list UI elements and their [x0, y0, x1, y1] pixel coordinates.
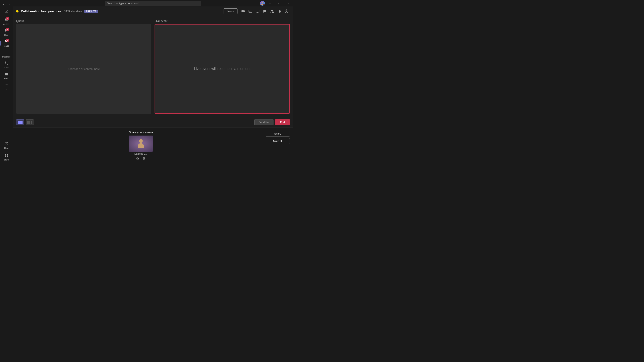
pre-live-badge: PRE-LIVE: [84, 10, 98, 13]
teams-badge: 1: [6, 39, 9, 42]
close-button[interactable]: ✕: [284, 0, 293, 6]
live-panel: Live event Live event will resume in a m…: [154, 19, 290, 114]
svg-rect-8: [5, 155, 6, 157]
chat-label: Chat: [4, 34, 8, 36]
meetings-icon: [4, 50, 8, 55]
sidebar-item-meetings[interactable]: Meetings: [1, 49, 12, 59]
chat-bubble-icon[interactable]: [262, 8, 268, 14]
calls-label: Calls: [4, 66, 8, 69]
leave-button[interactable]: Leave: [224, 8, 238, 14]
event-title: Collaboration best practices: [21, 9, 62, 13]
layout-full-icon: [18, 121, 22, 124]
mute-all-button[interactable]: Mute all: [266, 138, 290, 144]
camera-action-buttons: Share Mute all: [266, 131, 290, 144]
store-icon: [4, 153, 8, 158]
svg-point-4: [7, 85, 8, 85]
files-icon: [4, 72, 8, 77]
camera-video-toggle[interactable]: [136, 156, 140, 161]
camera-area: Share your camera Danielle B...: [16, 131, 266, 161]
svg-point-2: [5, 85, 6, 85]
info-icon[interactable]: [283, 8, 290, 14]
svg-rect-7: [7, 154, 8, 155]
queue-content[interactable]: Add video or content here: [16, 24, 151, 114]
sidebar-item-chat[interactable]: 1 Chat: [1, 27, 12, 37]
help-label: Help: [4, 147, 8, 149]
sidebar-item-calls[interactable]: Calls: [1, 60, 12, 70]
send-live-button[interactable]: Send live: [254, 119, 274, 125]
captions-icon[interactable]: [247, 8, 254, 14]
sidebar-item-files[interactable]: Files: [1, 71, 12, 81]
window-controls: — □ ✕: [265, 0, 293, 6]
live-message: Live event will resume in a moment: [194, 67, 250, 71]
share-button[interactable]: Share: [266, 131, 290, 137]
chat-icon: 1: [4, 28, 8, 33]
sidebar-item-store[interactable]: Store: [1, 152, 12, 162]
search-bar[interactable]: Search or type a command: [105, 0, 201, 6]
camera-preview: [129, 136, 153, 152]
files-label: Files: [4, 77, 8, 80]
profile-button[interactable]: [260, 1, 265, 6]
person-silhouette: [137, 139, 144, 148]
svg-rect-1: [5, 51, 8, 54]
sidebar-item-more[interactable]: ···: [1, 82, 12, 92]
split-right: [31, 121, 32, 124]
svg-rect-9: [7, 155, 8, 157]
live-content: Live event will resume in a moment: [154, 24, 290, 114]
camera-mic-toggle[interactable]: [142, 156, 146, 161]
live-title: Live event: [154, 19, 290, 22]
person-head: [139, 139, 143, 143]
svg-rect-0: [5, 12, 8, 12]
compose-button[interactable]: [3, 8, 10, 14]
status-dot: [263, 4, 265, 6]
activity-icon: 2: [4, 18, 8, 23]
teams-label: Teams: [4, 45, 9, 47]
settings-icon[interactable]: [276, 8, 282, 14]
camera-controls: [136, 156, 146, 161]
activity-badge: 2: [6, 17, 9, 20]
sidebar-item-activity[interactable]: 2 Activity: [1, 16, 12, 26]
search-placeholder: Search or type a command: [107, 2, 138, 5]
camera-person-name: Danielle B...: [134, 152, 148, 155]
panels-area: Queue Add video or content here Live eve…: [13, 16, 293, 117]
queue-panel: Queue Add video or content here: [16, 19, 151, 114]
layout-full-button[interactable]: [16, 119, 24, 125]
activity-label: Activity: [3, 23, 10, 25]
header-icons: [240, 8, 290, 14]
sidebar: ‹ › 2 Activity 1 Chat: [0, 0, 13, 164]
svg-rect-13: [249, 10, 252, 12]
attendees-count: 3333 attendees: [64, 10, 82, 13]
person-body: [138, 143, 144, 148]
content-share-icon[interactable]: [254, 8, 261, 14]
main-content: Search or type a command — □ ✕ Collabora…: [13, 0, 293, 164]
svg-rect-14: [256, 10, 259, 12]
svg-point-15: [272, 10, 273, 11]
svg-point-5: [5, 142, 8, 145]
svg-rect-12: [242, 10, 244, 12]
attendees-icon[interactable]: [269, 8, 275, 14]
nav-arrows: ‹ ›: [1, 1, 12, 6]
video-icon[interactable]: [240, 8, 246, 14]
forward-button[interactable]: ›: [7, 1, 12, 6]
svg-rect-6: [5, 154, 6, 155]
camera-person: [129, 136, 153, 152]
help-icon: [4, 142, 8, 147]
sidebar-item-teams[interactable]: 1 Teams: [1, 38, 12, 48]
meetings-label: Meetings: [2, 56, 10, 58]
camera-section: Share your camera Danielle B...: [13, 127, 293, 164]
layout-split-button[interactable]: [26, 119, 34, 125]
camera-title: Share your camera: [129, 131, 153, 134]
svg-point-3: [6, 85, 7, 85]
chat-badge: 1: [6, 28, 9, 31]
end-button[interactable]: End: [275, 119, 290, 125]
event-header: Collaboration best practices 3333 attend…: [13, 6, 293, 16]
queue-title: Queue: [16, 19, 151, 22]
maximize-button[interactable]: □: [274, 0, 284, 6]
more-label: ···: [6, 88, 7, 90]
split-left: [27, 121, 30, 124]
minimize-button[interactable]: —: [265, 0, 274, 6]
calls-icon: [4, 61, 8, 66]
more-icon: [4, 83, 8, 88]
svg-point-10: [262, 2, 263, 3]
back-button[interactable]: ‹: [1, 1, 6, 6]
sidebar-item-help[interactable]: Help: [1, 140, 12, 150]
